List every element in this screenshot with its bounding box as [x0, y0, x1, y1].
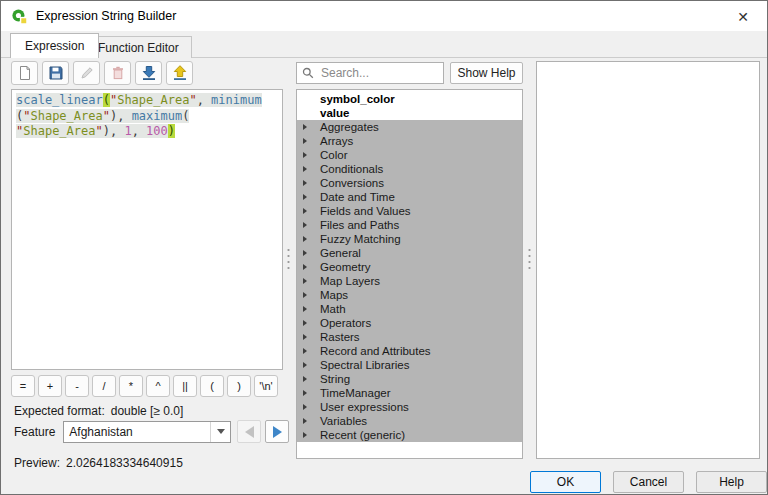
close-button[interactable]: ✕: [733, 7, 753, 27]
expand-arrow-icon[interactable]: [303, 152, 307, 158]
search-box[interactable]: [296, 62, 444, 84]
function-group-item[interactable]: General: [297, 246, 522, 260]
arrow-cell: [297, 278, 313, 284]
edit-expression-icon: [79, 65, 95, 81]
function-group-item[interactable]: Geometry: [297, 260, 522, 274]
code-token: Shape_Area: [23, 124, 95, 138]
arrow-cell: [297, 152, 313, 158]
tab-function-editor-label: Function Editor: [98, 41, 179, 55]
list-item-label: symbol_color: [313, 92, 395, 106]
operator-button-7[interactable]: (: [200, 375, 224, 397]
code-token: ": [95, 124, 102, 138]
operator-button-0[interactable]: =: [11, 375, 35, 397]
expand-arrow-icon[interactable]: [303, 194, 307, 200]
function-group-item[interactable]: Conditionals: [297, 162, 522, 176]
operator-button-1[interactable]: +: [38, 375, 62, 397]
arrow-cell: [297, 166, 313, 172]
expand-arrow-icon[interactable]: [303, 222, 307, 228]
operator-button-5[interactable]: ^: [146, 375, 170, 397]
expand-arrow-icon[interactable]: [303, 404, 307, 410]
expand-arrow-icon[interactable]: [303, 124, 307, 130]
show-help-button[interactable]: Show Help: [450, 62, 523, 84]
expected-format-label: Expected format:: [14, 404, 105, 418]
next-feature-button[interactable]: [265, 420, 289, 443]
feature-row: Feature Afghanistan: [14, 420, 289, 443]
function-group-item[interactable]: String: [297, 372, 522, 386]
splitter-handle-right[interactable]: [528, 247, 531, 269]
function-group-item[interactable]: Fuzzy Matching: [297, 232, 522, 246]
tab-expression[interactable]: Expression: [10, 33, 99, 58]
expand-arrow-icon[interactable]: [303, 376, 307, 382]
function-list[interactable]: symbol_colorvalueAggregatesArraysColorCo…: [296, 89, 523, 459]
help-button[interactable]: Help: [696, 471, 767, 493]
export-expressions-button[interactable]: [166, 61, 193, 85]
expand-arrow-icon[interactable]: [303, 138, 307, 144]
cancel-button[interactable]: Cancel: [613, 471, 684, 493]
function-group-item[interactable]: Date and Time: [297, 190, 522, 204]
expand-arrow-icon[interactable]: [303, 166, 307, 172]
function-group-item[interactable]: Aggregates: [297, 120, 522, 134]
list-item-label: String: [313, 372, 350, 386]
function-group-item[interactable]: User expressions: [297, 400, 522, 414]
list-item-label: Map Layers: [313, 274, 380, 288]
expand-arrow-icon[interactable]: [303, 390, 307, 396]
expand-arrow-icon[interactable]: [303, 250, 307, 256]
code-token: Shape_Area: [30, 109, 102, 123]
field-item[interactable]: value: [297, 106, 522, 120]
list-item-label: General: [313, 246, 361, 260]
operator-button-9[interactable]: '\n': [254, 375, 278, 397]
code-token: ": [103, 109, 110, 123]
function-group-item[interactable]: TimeManager: [297, 386, 522, 400]
function-group-item[interactable]: Color: [297, 148, 522, 162]
tab-function-editor[interactable]: Function Editor: [85, 36, 192, 58]
save-expression-button[interactable]: [42, 61, 69, 85]
expand-arrow-icon[interactable]: [303, 236, 307, 242]
list-item-label: Color: [313, 148, 347, 162]
operator-button-8[interactable]: ): [227, 375, 251, 397]
operator-button-6[interactable]: ||: [173, 375, 197, 397]
function-group-item[interactable]: Arrays: [297, 134, 522, 148]
expand-arrow-icon[interactable]: [303, 278, 307, 284]
expand-arrow-icon[interactable]: [303, 432, 307, 438]
expand-arrow-icon[interactable]: [303, 180, 307, 186]
expand-arrow-icon[interactable]: [303, 208, 307, 214]
expand-arrow-icon[interactable]: [303, 418, 307, 424]
splitter-handle-left[interactable]: [287, 247, 290, 269]
expression-editor[interactable]: scale_linear("Shape_Area", minimum("Shap…: [11, 89, 283, 370]
function-group-item[interactable]: Recent (generic): [297, 428, 522, 442]
function-group-item[interactable]: Fields and Values: [297, 204, 522, 218]
operator-button-2[interactable]: -: [65, 375, 89, 397]
function-group-item[interactable]: Variables: [297, 414, 522, 428]
operator-button-3[interactable]: /: [92, 375, 116, 397]
expand-arrow-icon[interactable]: [303, 306, 307, 312]
operator-button-4[interactable]: *: [119, 375, 143, 397]
function-group-item[interactable]: Math: [297, 302, 522, 316]
expand-arrow-icon[interactable]: [303, 362, 307, 368]
code-line: "Shape_Area"), 1, 100): [16, 124, 278, 140]
ok-button[interactable]: OK: [530, 471, 601, 493]
arrow-cell: [297, 390, 313, 396]
import-expressions-button[interactable]: [135, 61, 162, 85]
function-group-item[interactable]: Map Layers: [297, 274, 522, 288]
feature-combobox[interactable]: Afghanistan: [63, 421, 231, 443]
expand-arrow-icon[interactable]: [303, 348, 307, 354]
new-expression-button[interactable]: [11, 61, 38, 85]
import-expressions-icon: [141, 65, 157, 81]
function-group-item[interactable]: Rasters: [297, 330, 522, 344]
function-group-item[interactable]: Record and Attributes: [297, 344, 522, 358]
function-group-item[interactable]: Files and Paths: [297, 218, 522, 232]
show-help-label: Show Help: [457, 66, 515, 80]
function-group-item[interactable]: Conversions: [297, 176, 522, 190]
search-input[interactable]: [319, 65, 443, 81]
code-line: scale_linear("Shape_Area", minimum: [16, 93, 278, 109]
expand-arrow-icon[interactable]: [303, 264, 307, 270]
expand-arrow-icon[interactable]: [303, 334, 307, 340]
function-group-item[interactable]: Operators: [297, 316, 522, 330]
arrow-cell: [297, 404, 313, 410]
function-group-item[interactable]: Maps: [297, 288, 522, 302]
function-group-item[interactable]: Spectral Libraries: [297, 358, 522, 372]
expand-arrow-icon[interactable]: [303, 320, 307, 326]
expand-arrow-icon[interactable]: [303, 292, 307, 298]
combobox-dropdown-area[interactable]: [210, 422, 230, 442]
field-item[interactable]: symbol_color: [297, 92, 522, 106]
